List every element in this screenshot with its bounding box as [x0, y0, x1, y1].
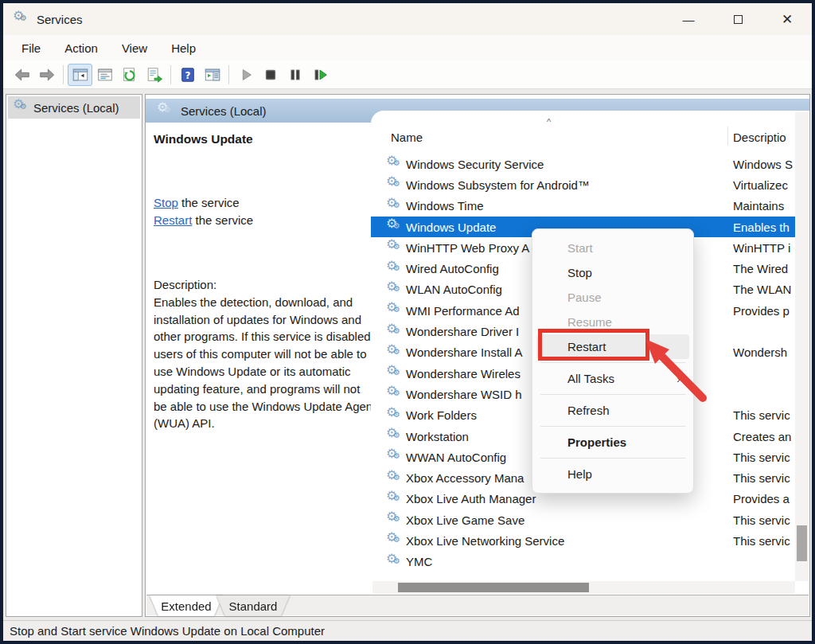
sort-ascending-icon[interactable]: ^ [547, 117, 551, 127]
service-row[interactable]: ⚙⚙Xbox Live Networking ServiceThis servi… [371, 530, 796, 551]
service-description-cell: Wondersh [733, 345, 787, 359]
service-action-links: Stop the service Restart the service [154, 194, 253, 228]
menu-item-stop[interactable]: Stop [532, 260, 693, 285]
help-icon[interactable]: ? [175, 64, 200, 86]
service-description-cell: Windows S [733, 158, 793, 171]
refresh-icon[interactable] [117, 64, 142, 86]
service-name: Xbox Live Game Save [406, 513, 524, 527]
forward-icon[interactable] [34, 64, 59, 86]
toolbar-separator [170, 65, 171, 84]
service-row[interactable]: ⚙⚙Xbox Live Game SaveThis servic [371, 509, 796, 530]
service-name: Work Folders [406, 408, 477, 422]
service-gear-icon: ⚙⚙ [386, 156, 402, 172]
stop-service-link[interactable]: Stop [154, 196, 178, 209]
screenshot-frame: ⚙⚙ Services — ✕ File Action View Help ? [0, 0, 815, 644]
service-row[interactable]: ⚙⚙Windows Subsystem for Android™Virtuali… [371, 174, 796, 195]
close-button[interactable]: ✕ [762, 3, 812, 35]
tab-standard[interactable]: Standard [216, 595, 290, 616]
restart-service-icon[interactable] [307, 64, 332, 86]
menu-view[interactable]: View [110, 37, 159, 59]
tree-item-services-local[interactable]: ⚙⚙ Services (Local) [8, 96, 140, 119]
column-divider [727, 127, 728, 146]
service-name: Xbox Live Auth Manager [406, 492, 536, 505]
back-icon[interactable] [10, 64, 34, 86]
vertical-scrollbar-thumb[interactable] [797, 525, 807, 561]
service-description-cell: Provides p [733, 304, 790, 318]
restart-service-link[interactable]: Restart [154, 213, 192, 227]
status-text: Stop and Start service Windows Update on… [10, 624, 325, 638]
service-gear-icon: ⚙⚙ [386, 533, 402, 548]
restart-service-line: Restart the service [154, 212, 253, 229]
export-list-icon[interactable] [142, 64, 166, 86]
properties-icon[interactable] [92, 64, 117, 86]
service-description-cell: This servic [733, 451, 790, 464]
service-gear-icon: ⚙⚙ [386, 345, 402, 361]
service-name: Windows Subsystem for Android™ [406, 178, 590, 192]
pause-service-icon[interactable] [283, 64, 307, 86]
service-row[interactable]: ⚙⚙Windows TimeMaintains [371, 196, 796, 217]
console-tree-panel: ⚙⚙ Services (Local) [6, 94, 142, 617]
selected-service-title: Windows Update [154, 132, 253, 146]
service-gear-icon: ⚙⚙ [386, 365, 402, 381]
service-name: Wired AutoConfig [406, 262, 499, 275]
maximize-icon [734, 15, 743, 24]
service-description-cell: Virtualizec [733, 178, 788, 192]
window-title: Services [37, 13, 83, 26]
svg-text:?: ? [185, 69, 190, 80]
service-name: WWAN AutoConfig [406, 451, 506, 464]
service-description-cell: The WLAN [733, 283, 791, 296]
menu-action[interactable]: Action [53, 37, 110, 59]
service-description-cell: Maintains [733, 199, 784, 213]
show-console-tree-icon[interactable] [68, 64, 92, 86]
menu-separator [540, 458, 685, 459]
menu-item-help[interactable]: Help [532, 462, 693, 486]
service-gear-icon: ⚙⚙ [386, 240, 402, 256]
service-gear-icon: ⚙⚙ [386, 491, 402, 507]
service-description-cell: The Wired [733, 262, 788, 275]
service-gear-icon: ⚙⚙ [386, 282, 402, 298]
column-header-name[interactable]: Name [391, 131, 423, 144]
stop-service-icon[interactable] [258, 64, 283, 86]
menu-file[interactable]: File [10, 37, 53, 59]
service-gear-icon: ⚙⚙ [386, 177, 402, 193]
services-app-icon: ⚙⚙ [13, 11, 29, 27]
service-description-cell: WinHTTP i [733, 241, 790, 255]
service-name: Windows Security Service [406, 158, 544, 171]
minimize-button[interactable]: — [664, 3, 713, 35]
band-title: Services (Local) [181, 104, 267, 118]
vertical-scrollbar[interactable] [795, 112, 809, 581]
service-gear-icon: ⚙⚙ [386, 198, 402, 214]
show-action-pane-icon[interactable] [200, 64, 224, 86]
menu-item-start: Start [532, 236, 693, 260]
toolbar-separator [63, 65, 64, 84]
services-gear-icon: ⚙⚙ [13, 100, 29, 115]
service-name: YMC [406, 555, 432, 568]
description-label: Description: [154, 276, 376, 294]
service-gear-icon: ⚙⚙ [386, 219, 402, 235]
window-controls: — ✕ [664, 3, 812, 35]
service-gear-icon: ⚙⚙ [386, 554, 402, 570]
start-service-icon[interactable] [233, 64, 258, 86]
column-header-description[interactable]: Descriptio [733, 131, 786, 144]
maximize-button[interactable] [713, 3, 762, 35]
tab-extended[interactable]: Extended [150, 595, 223, 616]
annotation-arrow [636, 331, 716, 407]
service-gear-icon: ⚙⚙ [386, 261, 402, 277]
horizontal-scrollbar-thumb[interactable] [398, 583, 589, 592]
service-row[interactable]: ⚙⚙YMC [371, 552, 796, 572]
service-description-cell: This servic [733, 513, 790, 527]
menu-item-properties[interactable]: Properties [532, 430, 693, 455]
service-description-cell: Creates an [733, 430, 791, 443]
service-description: Description: Enables the detection, down… [154, 276, 376, 432]
toolbar-separator [228, 65, 229, 84]
status-bar: Stop and Start service Windows Update on… [3, 620, 812, 641]
close-icon: ✕ [782, 11, 793, 28]
service-row[interactable]: ⚙⚙Windows Security ServiceWindows S [371, 154, 796, 174]
horizontal-scrollbar[interactable] [372, 581, 795, 594]
service-description-cell: This servic [733, 408, 790, 422]
tree-item-label: Services (Local) [33, 101, 119, 115]
menu-help[interactable]: Help [159, 37, 208, 59]
description-text: Enables the detection, download, and ins… [154, 294, 376, 432]
menu-separator [540, 426, 685, 427]
service-name: Wondershare Install A [406, 345, 522, 359]
